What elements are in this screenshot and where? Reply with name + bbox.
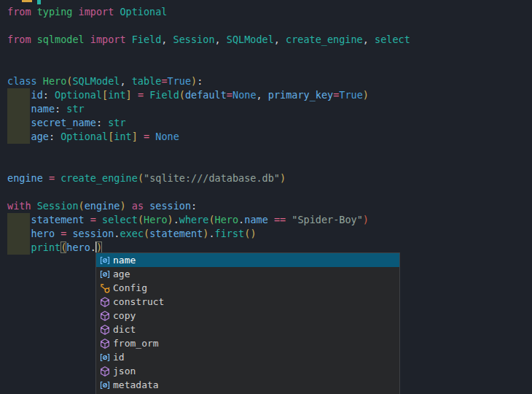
code-token: Optional — [55, 89, 102, 101]
suggest-item-label: name — [113, 253, 136, 267]
code-token: , — [363, 34, 375, 45]
code-token: int — [114, 131, 131, 142]
code-token: ) — [363, 89, 369, 101]
suggest-item-label: json — [113, 364, 136, 378]
code-line — [7, 47, 532, 61]
code-token: from — [7, 6, 37, 18]
code-token: , — [257, 89, 268, 101]
suggest-item-metadata[interactable]: metadata — [96, 378, 399, 392]
symbol-field-icon — [99, 352, 111, 363]
code-token: ( — [208, 214, 214, 225]
code-token: ( — [138, 214, 144, 225]
suggest-item-json[interactable]: json — [96, 364, 399, 378]
code-token — [7, 117, 31, 128]
code-token: . — [173, 214, 179, 225]
code-token — [7, 228, 31, 239]
code-line: class Hero(SQLModel, table=True): — [7, 74, 532, 88]
code-token — [85, 214, 90, 225]
code-token: id — [31, 89, 43, 101]
code-token: Optional — [60, 131, 108, 142]
code-token: table — [132, 75, 162, 87]
code-token: ( — [79, 200, 85, 212]
code-token: create_engine — [286, 34, 363, 45]
code-token — [43, 172, 49, 184]
suggest-item-label: copy — [113, 309, 136, 322]
code-token: import — [79, 6, 120, 18]
bracket-match: ) — [96, 242, 102, 253]
code-token: : — [43, 89, 55, 101]
code-token: ) — [363, 214, 369, 225]
suggest-item-id[interactable]: id — [96, 350, 399, 364]
code-line: statement = select(Hero).where(Hero.name… — [7, 213, 532, 227]
code-line: id: Optional[int] = Field(default=None, … — [7, 88, 532, 102]
code-token: statement — [31, 214, 85, 225]
code-token: [ — [102, 89, 108, 101]
suggest-item-copy[interactable]: copy — [96, 309, 399, 322]
symbol-field-icon — [99, 379, 111, 391]
symbol-method-icon — [99, 310, 111, 322]
code-line: hero = session.exec(statement).first() — [7, 227, 532, 241]
code-token: ) — [250, 228, 256, 239]
code-line: name: str — [7, 102, 532, 116]
symbol-method-icon — [99, 366, 111, 377]
code-editor: from typing import Optional from sqlmode… — [0, 0, 532, 394]
code-token — [126, 200, 132, 212]
code-token: : — [197, 75, 203, 87]
code-token: int — [108, 89, 125, 101]
symbol-method-icon — [99, 296, 111, 308]
code-token: str — [66, 103, 84, 115]
code-token: = — [161, 75, 167, 87]
code-token: engine — [85, 200, 120, 212]
code-line: from sqlmodel import Field, Session, SQL… — [7, 33, 532, 47]
suggest-item-age[interactable]: age — [96, 267, 399, 281]
code-token: ( — [144, 228, 149, 239]
code-line: age: Optional[int] = None — [7, 130, 532, 144]
suggest-item-label: metadata — [113, 378, 159, 392]
code-token — [7, 242, 31, 253]
code-token — [7, 89, 31, 101]
autocomplete-popup: nameageConfigconstructcopydictfrom_ormid… — [95, 252, 400, 394]
code-token: session — [149, 200, 191, 212]
code-token: Field — [132, 34, 162, 45]
suggest-item-from_orm[interactable]: from_orm — [96, 336, 399, 350]
code-line — [7, 158, 532, 171]
code-line — [7, 185, 532, 199]
suggest-item-construct[interactable]: construct — [96, 295, 399, 309]
code-token: ] — [132, 131, 138, 142]
code-token: import — [90, 34, 132, 45]
code-token: : — [49, 131, 60, 142]
code-line: from typing import Optional — [7, 5, 532, 19]
suggest-item-label: dict — [113, 322, 136, 336]
code-token: age — [31, 131, 49, 142]
code-token: typing — [37, 6, 79, 18]
code-token: None — [155, 131, 179, 142]
code-token: ] — [126, 89, 132, 101]
code-token: "Spider-Boy" — [292, 214, 363, 225]
code-token: hero — [66, 242, 90, 253]
code-token: = — [144, 131, 149, 142]
code-token: session — [72, 228, 114, 239]
code-token: : — [191, 200, 197, 212]
code-token — [268, 214, 274, 225]
code-token: as — [132, 200, 149, 212]
code-token: ) — [191, 75, 197, 87]
code-token: = — [227, 89, 232, 101]
symbol-method-icon — [99, 338, 111, 349]
suggest-item-name[interactable]: name — [96, 253, 399, 267]
suggest-item-Config[interactable]: Config — [96, 281, 399, 295]
code-token: statement — [149, 228, 203, 239]
code-line — [7, 61, 532, 74]
code-token: secret_name — [31, 117, 96, 128]
suggest-item-label: from_orm — [113, 336, 159, 350]
code-token: Hero — [144, 214, 168, 225]
symbol-field-icon — [99, 255, 111, 266]
code-token: "sqlite:///database.db" — [144, 172, 280, 184]
code-token: Field — [149, 89, 179, 101]
code-token: hero — [31, 228, 55, 239]
code-token: Session — [37, 200, 79, 212]
code-token — [7, 214, 31, 225]
code-token: ( — [138, 172, 144, 184]
code-line: secret_name: str — [7, 116, 532, 130]
code-token — [144, 89, 149, 101]
suggest-item-dict[interactable]: dict — [96, 322, 399, 336]
